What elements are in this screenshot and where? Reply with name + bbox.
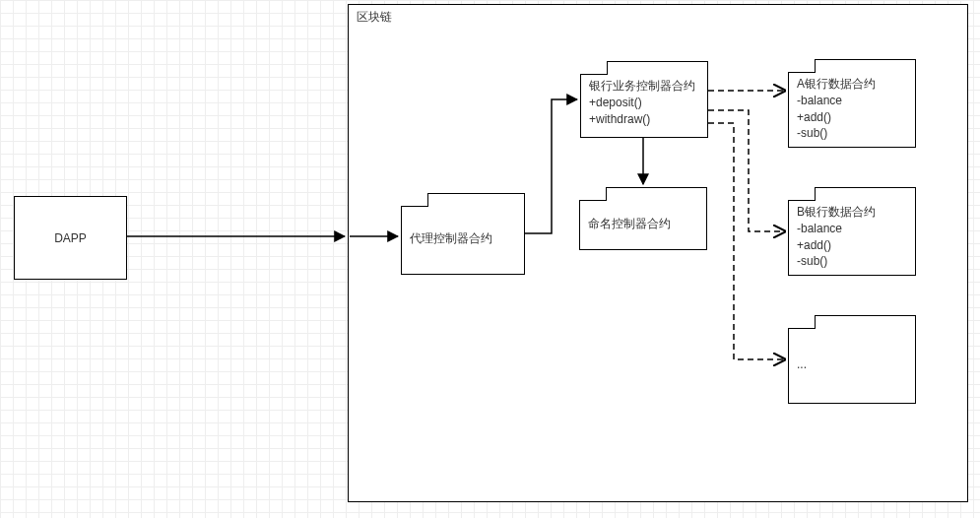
bank-a-line3: +add() [797,109,907,126]
bank-b-line1: B银行数据合约 [797,204,907,221]
uml-tab-icon [580,61,608,75]
uml-tab-icon [788,315,816,329]
uml-tab-icon [788,59,816,73]
proxy-line1: 代理控制器合约 [410,230,516,247]
bank-ctrl-line2: +deposit() [589,95,699,111]
naming-body: 命名控制器合约 [588,204,698,243]
dapp-text: DAPP [54,231,87,245]
uml-tab-icon [579,187,607,201]
bank-a-line4: -sub() [797,125,907,142]
bank-b-line4: -sub() [797,253,907,270]
naming-line1: 命名控制器合约 [588,216,698,232]
bank-b-node: B银行数据合约 -balance +add() -sub() [788,187,916,276]
bank-a-line2: -balance [797,93,907,109]
bank-b-line3: +add() [797,237,907,254]
uml-tab-icon [401,193,428,207]
bank-a-line1: A银行数据合约 [797,76,907,93]
bank-b-body: B银行数据合约 -balance +add() -sub() [797,204,907,269]
naming-controller-node: 命名控制器合约 [579,187,707,250]
more-body: ... [797,332,907,397]
bank-b-line2: -balance [797,221,907,237]
bank-a-body: A银行数据合约 -balance +add() -sub() [797,76,907,141]
bank-ctrl-body: 银行业务控制器合约 +deposit() +withdraw() [589,78,699,131]
blockchain-label: 区块链 [357,9,392,26]
more-line1: ... [797,356,907,373]
more-node: ... [788,315,916,404]
dapp-node: DAPP [14,196,127,280]
bank-controller-node: 银行业务控制器合约 +deposit() +withdraw() [580,61,708,138]
bank-ctrl-line1: 银行业务控制器合约 [589,78,699,95]
proxy-body: 代理控制器合约 [410,210,516,268]
proxy-controller-node: 代理控制器合约 [401,193,525,275]
uml-tab-icon [788,187,816,201]
bank-a-node: A银行数据合约 -balance +add() -sub() [788,59,916,148]
bank-ctrl-line3: +withdraw() [589,111,699,128]
diagram-canvas: 区块链 DAPP 代理控制器合约 银行业务控制器合约 +deposit() +w… [0,0,980,518]
